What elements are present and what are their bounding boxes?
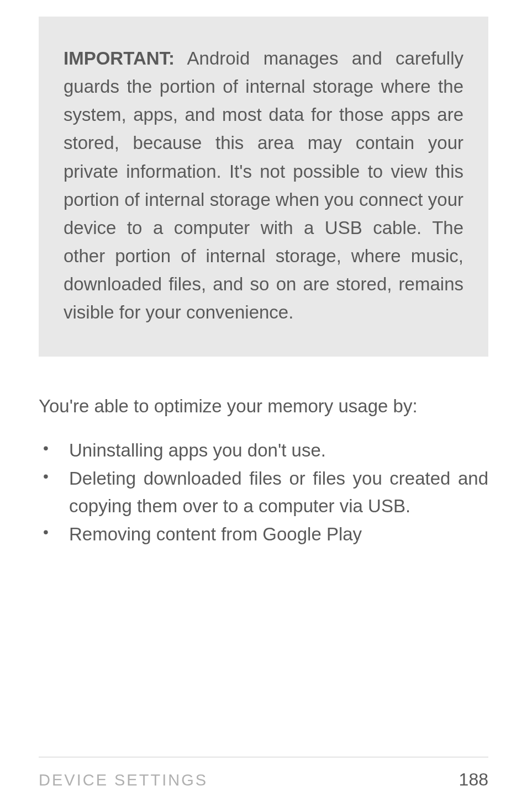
callout-body: Android manages and carefully guards the… [64, 48, 463, 322]
footer-page-number: 188 [459, 769, 488, 790]
bullet-list: Uninstalling apps you don't use. Deletin… [39, 437, 488, 549]
intro-text: You're able to optimize your memory usag… [39, 392, 488, 420]
important-callout: IMPORTANT: Android manages and carefully… [39, 17, 488, 357]
list-item: Uninstalling apps you don't use. [39, 437, 488, 464]
callout-label: IMPORTANT: [64, 48, 175, 68]
page-footer: DEVICE SETTINGS 188 [39, 757, 488, 790]
list-item: Removing content from Google Play [39, 521, 488, 548]
list-item: Deleting downloaded files or files you c… [39, 465, 488, 519]
callout-paragraph: IMPORTANT: Android manages and carefully… [64, 44, 463, 326]
footer-section-title: DEVICE SETTINGS [39, 771, 208, 789]
